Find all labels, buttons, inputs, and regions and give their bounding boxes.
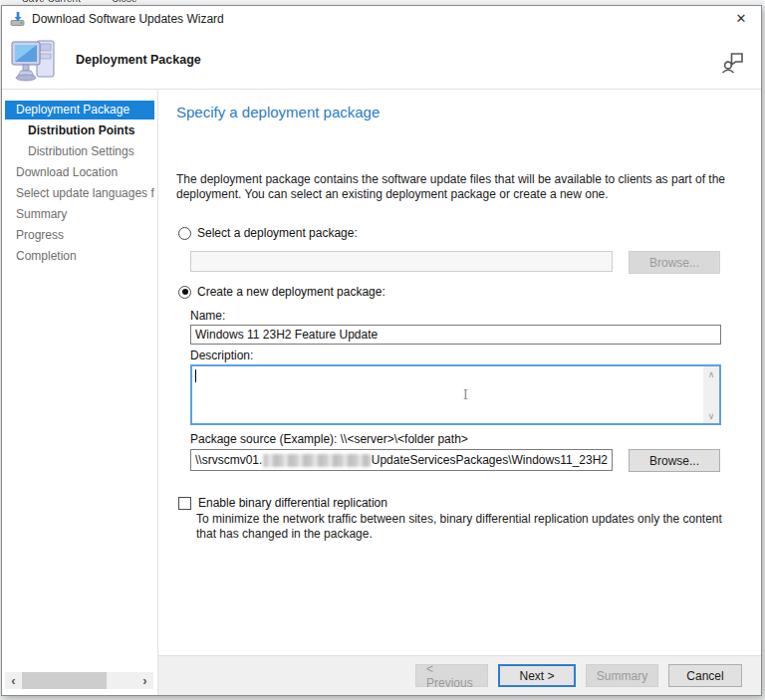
package-source-row: \\srvscmv01. UpdateServicesPackages\Wind… xyxy=(190,449,743,472)
cancel-button[interactable]: Cancel xyxy=(668,664,742,687)
package-source-suffix: UpdateServicesPackages\Windows11_23H2 xyxy=(372,453,608,467)
scroll-up-icon[interactable]: ∧ xyxy=(708,366,715,381)
wizard-download-icon xyxy=(10,11,26,27)
bdr-label: Enable binary differential replication xyxy=(198,496,387,510)
wizard-footer: < Previous Next > Summary Cancel xyxy=(158,655,761,695)
name-input[interactable]: Windows 11 23H2 Feature Update xyxy=(190,325,721,345)
wizard-body: Deployment Package Distribution Points D… xyxy=(2,90,761,695)
page-title: Deployment Package xyxy=(76,53,201,67)
select-existing-label: Select a deployment package: xyxy=(197,226,358,240)
window-title: Download Software Updates Wizard xyxy=(32,12,721,26)
ibeam-cursor-icon: I xyxy=(463,388,468,402)
sidebar-item-select-update-languages[interactable]: Select update languages for xyxy=(5,184,154,203)
sidebar-item-download-location[interactable]: Download Location xyxy=(5,163,154,182)
title-bar[interactable]: Download Software Updates Wizard ✕ xyxy=(2,6,761,31)
package-source-label: Package source (Example): \\<server>\<fo… xyxy=(190,432,743,446)
background-text-fragment: Save Current xyxy=(22,0,81,4)
next-button[interactable]: Next > xyxy=(498,664,576,687)
select-existing-radio[interactable] xyxy=(178,227,191,240)
existing-package-input xyxy=(190,251,613,272)
sidebar-item-progress[interactable]: Progress xyxy=(5,226,154,245)
computer-icon xyxy=(10,35,62,91)
new-package-group: Name: Windows 11 23H2 Feature Update Des… xyxy=(190,309,743,542)
previous-button: < Previous xyxy=(415,664,488,687)
bdr-help-text: To minimize the network traffic between … xyxy=(196,512,740,542)
bdr-checkbox[interactable] xyxy=(178,497,191,510)
description-vertical-scrollbar[interactable]: ∧ ∨ xyxy=(703,366,719,423)
sidebar-item-distribution-points[interactable]: Distribution Points xyxy=(5,121,154,140)
select-existing-radio-row[interactable]: Select a deployment package: xyxy=(178,226,743,240)
wizard-step-sidebar: Deployment Package Distribution Points D… xyxy=(2,90,158,695)
intro-text: The deployment package contains the soft… xyxy=(176,172,740,202)
scrollbar-thumb[interactable] xyxy=(22,672,107,689)
redacted-text-blur xyxy=(263,454,370,467)
scroll-right-icon[interactable]: › xyxy=(136,672,153,689)
sidebar-item-distribution-settings[interactable]: Distribution Settings xyxy=(5,142,154,161)
page-heading: Specify a deployment package xyxy=(176,104,743,120)
wizard-header: Deployment Package xyxy=(2,31,761,90)
wizard-page: Specify a deployment package The deploym… xyxy=(158,90,761,695)
sidebar-item-deployment-package[interactable]: Deployment Package xyxy=(5,101,154,119)
feedback-icon[interactable] xyxy=(721,51,745,79)
text-caret xyxy=(195,369,196,382)
existing-package-browse-button: Browse... xyxy=(629,251,720,274)
close-icon: ✕ xyxy=(736,11,747,26)
scrollbar-track[interactable] xyxy=(22,672,136,689)
summary-button: Summary xyxy=(586,664,658,687)
scroll-left-icon[interactable]: ‹ xyxy=(5,672,22,689)
sidebar-horizontal-scrollbar[interactable]: ‹ › xyxy=(5,672,153,689)
create-new-radio[interactable] xyxy=(178,286,191,299)
package-source-input[interactable]: \\srvscmv01. UpdateServicesPackages\Wind… xyxy=(190,449,613,471)
name-label: Name: xyxy=(190,309,743,323)
create-new-radio-row[interactable]: Create a new deployment package: xyxy=(178,285,743,299)
description-label: Description: xyxy=(190,349,743,362)
background-text-fragment: Close xyxy=(112,0,137,4)
create-new-label: Create a new deployment package: xyxy=(197,285,385,299)
existing-package-row: Browse... xyxy=(190,251,743,274)
name-value: Windows 11 23H2 Feature Update xyxy=(195,328,378,342)
download-software-updates-wizard-dialog: Download Software Updates Wizard ✕ Deplo… xyxy=(1,5,762,696)
description-text-area[interactable]: I xyxy=(192,366,703,423)
package-source-browse-button[interactable]: Browse... xyxy=(629,449,720,472)
close-button[interactable]: ✕ xyxy=(721,6,761,31)
scroll-down-icon[interactable]: ∨ xyxy=(708,408,715,423)
description-input[interactable]: I ∧ ∨ xyxy=(190,364,721,425)
bdr-checkbox-row[interactable]: Enable binary differential replication xyxy=(178,496,743,510)
sidebar-item-completion[interactable]: Completion xyxy=(5,247,154,266)
sidebar-item-summary[interactable]: Summary xyxy=(5,205,154,224)
page-content: Specify a deployment package The deploym… xyxy=(158,90,761,655)
package-source-prefix: \\srvscmv01. xyxy=(195,453,262,467)
